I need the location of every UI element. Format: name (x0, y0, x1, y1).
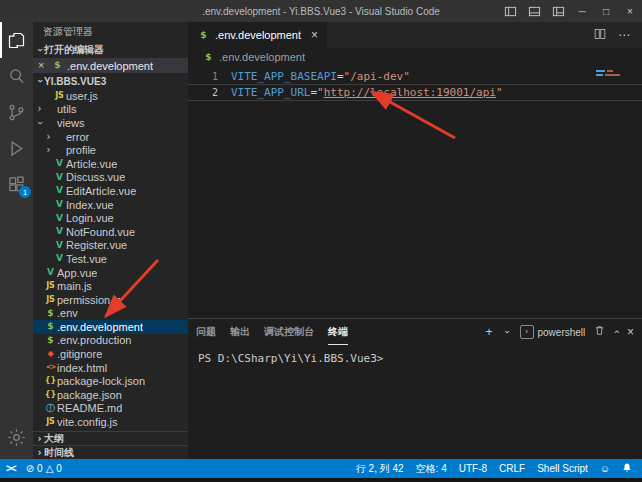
warning-icon: △ (46, 463, 54, 474)
minimize-button[interactable]: ─ (570, 0, 594, 22)
tree-item[interactable]: V Index.vue (33, 198, 188, 212)
code-line: 2 VITE_APP_URL="http://localhost:19001/a… (188, 84, 642, 101)
file-tree: JS user.js › utils › views › error › pro… (33, 89, 188, 429)
toggle-panel-icon[interactable] (522, 0, 546, 22)
maximize-button[interactable]: □ (594, 0, 618, 22)
tree-item[interactable]: {} package.json (33, 388, 188, 402)
split-editor-icon[interactable] (594, 28, 606, 43)
tab-env-development[interactable]: $ .env.development × (188, 22, 327, 48)
tree-item[interactable]: $ .env (33, 307, 188, 321)
tree-item[interactable]: <> index.html (33, 361, 188, 375)
panel-tab[interactable]: 输出 (230, 319, 250, 345)
tree-item[interactable]: V Login.vue (33, 211, 188, 225)
shell-file-icon: $ (51, 61, 64, 70)
tree-item[interactable]: V Register.vue (33, 239, 188, 253)
toggle-sidebar-icon[interactable] (498, 0, 522, 22)
run-debug-icon[interactable] (0, 130, 33, 166)
search-icon[interactable] (0, 58, 33, 94)
breadcrumb[interactable]: $ .env.development (188, 48, 642, 66)
tree-item[interactable]: V App.vue (33, 266, 188, 280)
folder-chevron-icon: › (44, 145, 53, 155)
remote-indicator-icon[interactable]: >< (6, 463, 16, 474)
close-button[interactable]: × (618, 0, 642, 22)
tree-item-label: index.html (57, 362, 107, 374)
tree-item[interactable]: $ .env.production (33, 334, 188, 348)
tree-item-label: App.vue (57, 267, 97, 279)
tree-item-label: Discuss.vue (66, 171, 125, 183)
explorer-icon[interactable] (0, 22, 33, 58)
code-editor[interactable]: 1 VITE_APP_BASEAPI="/api-dev" 2 VITE_APP… (188, 66, 642, 318)
vue-file-icon: V (53, 200, 66, 209)
tree-item[interactable]: › profile (33, 143, 188, 157)
tree-item[interactable]: V EditArticle.vue (33, 184, 188, 198)
panel-tab[interactable]: 终端 (328, 319, 348, 345)
vue-file-icon: V (53, 214, 66, 223)
tree-item[interactable]: › views (33, 116, 188, 130)
panel-tab[interactable]: 调试控制台 (264, 319, 314, 345)
extensions-icon[interactable]: 1 (0, 166, 33, 202)
close-panel-icon[interactable]: × (627, 325, 634, 339)
new-terminal-icon[interactable]: + (485, 325, 492, 339)
tree-item[interactable]: JS user.js (33, 89, 188, 103)
source-control-icon[interactable] (0, 94, 33, 130)
tree-item[interactable]: ◆ .gitignore (33, 347, 188, 361)
tree-item[interactable]: › error (33, 130, 188, 144)
info-file-icon: ⓘ (44, 404, 57, 413)
tree-item[interactable]: › utils (33, 103, 188, 117)
tree-item[interactable]: V NotFound.vue (33, 225, 188, 239)
trash-icon[interactable] (594, 325, 605, 339)
notifications-bell-icon[interactable] (622, 462, 632, 475)
status-segment[interactable]: 行 2, 列 42 (356, 462, 404, 476)
js-file-icon: JS (44, 296, 57, 304)
tree-item[interactable]: JS main.js (33, 279, 188, 293)
close-icon[interactable]: × (38, 60, 48, 71)
tree-item-label: profile (66, 144, 96, 156)
tree-item-label: main.js (57, 280, 92, 292)
status-segment[interactable]: UTF-8 (459, 463, 487, 474)
more-actions-icon[interactable]: ⋯ (618, 28, 630, 42)
title-bar: .env.development - Yi.BBS.Vue3 - Visual … (0, 0, 642, 22)
feedback-smiley-icon[interactable]: ☺ (600, 463, 610, 474)
outline-section[interactable]: › 大纲 (33, 431, 188, 445)
tree-item[interactable]: V Test.vue (33, 252, 188, 266)
status-segment[interactable]: CRLF (499, 463, 525, 474)
sidebar-title: 资源管理器 (33, 22, 188, 42)
tree-item[interactable]: $ .env.development (33, 320, 188, 334)
terminal-dropdown-icon[interactable]: › (501, 328, 511, 337)
tree-item[interactable]: {} package-lock.json (33, 374, 188, 388)
open-editor-item[interactable]: × $ .env.development (33, 58, 188, 73)
timeline-section[interactable]: › 时间线 (33, 445, 188, 459)
status-segment[interactable]: Shell Script (537, 463, 588, 474)
project-header[interactable]: › YI.BBS.VUE3 (33, 73, 188, 89)
vue-file-icon: V (53, 186, 66, 195)
panel-tab[interactable]: 问题 (196, 319, 216, 345)
sidebar-bottom-sections: › 大纲 › 时间线 (33, 431, 188, 459)
open-editors-header[interactable]: › 打开的编辑器 (33, 42, 188, 58)
line-tokens: VITE_APP_BASEAPI="/api-dev" (231, 70, 410, 83)
status-right: 行 2, 列 42空格: 4UTF-8CRLFShell Script☺ (356, 462, 642, 476)
tree-item[interactable]: V Discuss.vue (33, 171, 188, 185)
tree-item-label: .env.production (57, 334, 131, 346)
terminal[interactable]: PS D:\CSharp\Yi\Yi.BBS.Vue3> (188, 345, 642, 459)
tree-item-label: error (66, 131, 89, 143)
error-icon: ⊘ (26, 463, 34, 474)
panel-header: 问题 输出 调试控制台 终端 + › › powershell › (188, 319, 642, 345)
status-segment[interactable]: 空格: 4 (416, 462, 447, 476)
problems-indicator[interactable]: ⊘0 △0 (26, 463, 62, 474)
tree-item[interactable]: JS permission.js (33, 293, 188, 307)
settings-gear-icon[interactable] (0, 419, 33, 455)
code-line: 1 VITE_APP_BASEAPI="/api-dev" (188, 69, 642, 84)
tree-item-label: views (57, 117, 85, 129)
tree-item-label: package.json (57, 389, 122, 401)
tree-item[interactable]: ⓘ README.md (33, 402, 188, 416)
tree-item[interactable]: V Article.vue (33, 157, 188, 171)
vue-file-icon: V (53, 227, 66, 236)
customize-layout-icon[interactable] (546, 0, 570, 22)
vue-file-icon: V (53, 241, 66, 250)
powershell-icon: › (520, 325, 534, 339)
shell-selector[interactable]: › powershell (520, 325, 586, 339)
minimap[interactable] (594, 68, 640, 78)
tree-item[interactable]: JS vite.config.js (33, 415, 188, 429)
maximize-panel-icon[interactable]: › (610, 330, 622, 334)
tab-close-icon[interactable]: × (311, 29, 318, 41)
